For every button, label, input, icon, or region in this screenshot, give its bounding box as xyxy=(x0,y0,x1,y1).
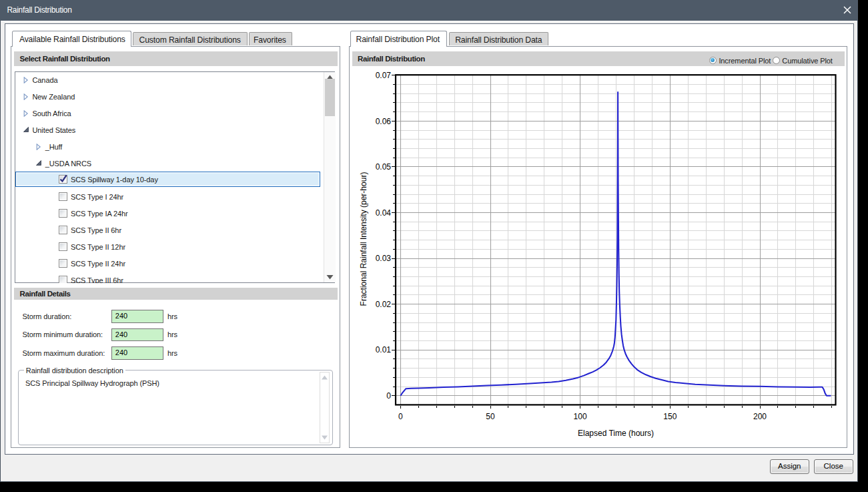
svg-text:200: 200 xyxy=(753,412,767,421)
svg-text:0.05: 0.05 xyxy=(376,162,392,172)
svg-text:0.04: 0.04 xyxy=(376,208,392,218)
svg-text:0.06: 0.06 xyxy=(376,117,392,126)
svg-text:150: 150 xyxy=(663,412,677,421)
svg-text:Elapsed Time (hours): Elapsed Time (hours) xyxy=(578,429,654,438)
svg-text:100: 100 xyxy=(574,412,587,421)
svg-text:0.07: 0.07 xyxy=(376,71,392,80)
svg-text:0.02: 0.02 xyxy=(376,300,392,309)
svg-text:0: 0 xyxy=(386,391,391,401)
svg-text:Fractional Rainfall Intensity: Fractional Rainfall Intensity (per-hour) xyxy=(359,172,368,306)
svg-text:0.01: 0.01 xyxy=(376,345,392,354)
svg-text:0: 0 xyxy=(398,412,403,421)
svg-text:50: 50 xyxy=(486,412,495,421)
svg-text:0.03: 0.03 xyxy=(376,254,392,263)
